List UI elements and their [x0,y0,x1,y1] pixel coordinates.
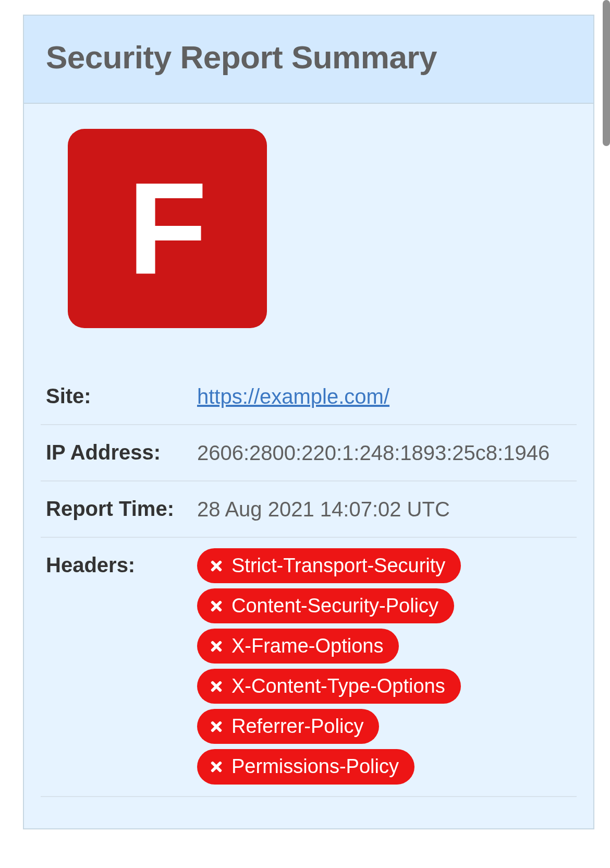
x-icon [209,598,224,614]
grade-badge: F [68,129,267,328]
header-pill-x-content-type-options: X-Content-Type-Options [197,669,461,704]
x-icon [209,759,224,775]
header-pill-label: X-Frame-Options [231,632,383,660]
header-pill-permissions-policy: Permissions-Policy [197,749,414,784]
headers-value: Strict-Transport-SecurityContent-Securit… [197,537,577,797]
header-pill-content-security-policy: Content-Security-Policy [197,588,454,623]
header-pill-label: Content-Security-Policy [231,592,438,620]
header-pill-referrer-policy: Referrer-Policy [197,709,379,744]
report-info-table: Site: https://example.com/ IP Address: 2… [41,369,577,797]
report-time-row: Report Time: 28 Aug 2021 14:07:02 UTC [41,481,577,537]
panel-title: Security Report Summary [46,39,571,76]
ip-row: IP Address: 2606:2800:220:1:248:1893:25c… [41,425,577,481]
scrollbar-thumb[interactable] [603,0,610,146]
ip-label: IP Address: [41,425,197,481]
panel-header: Security Report Summary [24,16,593,104]
headers-row: Headers: Strict-Transport-SecurityConten… [41,537,577,797]
site-label: Site: [41,369,197,425]
report-time-value: 28 Aug 2021 14:07:02 UTC [197,481,577,537]
header-pill-label: Permissions-Policy [231,752,399,781]
ip-value: 2606:2800:220:1:248:1893:25c8:1946 [197,425,577,481]
x-icon [209,679,224,694]
panel-body: F Site: https://example.com/ IP Address:… [24,104,593,828]
site-value: https://example.com/ [197,369,577,425]
header-pill-label: Referrer-Policy [231,712,363,741]
header-pill-strict-transport-security: Strict-Transport-Security [197,548,461,583]
grade-letter: F [128,163,208,294]
headers-label: Headers: [41,537,197,797]
site-link[interactable]: https://example.com/ [197,385,389,408]
header-pill-label: Strict-Transport-Security [231,551,445,580]
x-icon [209,558,224,574]
header-pill-label: X-Content-Type-Options [231,672,445,701]
x-icon [209,638,224,654]
x-icon [209,719,224,734]
site-row: Site: https://example.com/ [41,369,577,425]
report-time-label: Report Time: [41,481,197,537]
header-pill-x-frame-options: X-Frame-Options [197,629,399,664]
security-report-panel: Security Report Summary F Site: https://… [23,15,594,829]
